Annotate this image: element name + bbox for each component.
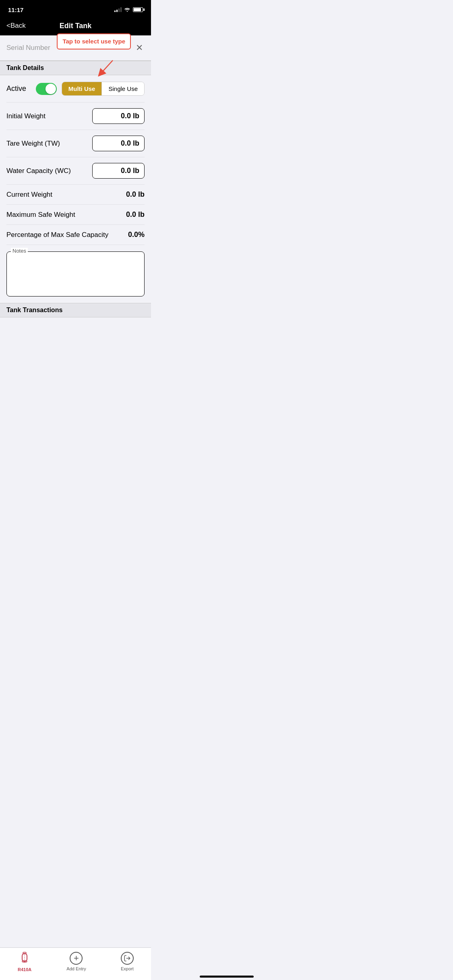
active-toggle[interactable]: [36, 83, 57, 95]
tare-weight-label: Tare Weight (TW): [6, 140, 60, 148]
active-label: Active: [6, 84, 26, 93]
active-right: Multi Use Single Use: [36, 82, 145, 96]
multi-use-button[interactable]: Multi Use: [62, 82, 102, 95]
max-safe-weight-label: Maximum Safe Weight: [6, 211, 75, 219]
notes-label: Notes: [11, 248, 28, 254]
initial-weight-input[interactable]: [92, 108, 145, 124]
page-title: Edit Tank: [60, 22, 92, 30]
serial-row-wrapper: Serial Number ✕ Tap to select use type: [0, 35, 151, 61]
water-capacity-row: Water Capacity (WC): [6, 157, 145, 185]
pct-max-value: 0.0%: [128, 231, 145, 239]
status-icons: [114, 7, 143, 13]
signal-icon: [114, 7, 122, 12]
toggle-thumb: [46, 84, 56, 94]
transactions-section: Tank Transactions: [0, 303, 151, 398]
notes-input[interactable]: [12, 255, 139, 291]
tank-details-header: Tank Details: [0, 61, 151, 75]
wifi-icon: [124, 7, 130, 13]
use-type-control[interactable]: Multi Use Single Use: [62, 82, 145, 96]
battery-icon: [133, 7, 143, 12]
nav-bar: <Back Edit Tank: [0, 18, 151, 35]
initial-weight-row: Initial Weight: [6, 103, 145, 130]
annotation-box: Tap to select use type: [57, 33, 131, 49]
pct-max-label: Percentage of Max Safe Capacity: [6, 231, 108, 239]
initial-weight-label: Initial Weight: [6, 112, 46, 120]
tare-weight-input[interactable]: [92, 136, 145, 151]
max-safe-weight-value: 0.0 lb: [126, 210, 145, 219]
water-capacity-input[interactable]: [92, 163, 145, 179]
notes-container: Notes: [6, 251, 145, 296]
current-weight-label: Current Weight: [6, 191, 52, 199]
single-use-button[interactable]: Single Use: [102, 82, 144, 95]
back-button[interactable]: <Back: [6, 22, 26, 30]
current-weight-value: 0.0 lb: [126, 190, 145, 199]
transactions-header: Tank Transactions: [0, 303, 151, 317]
current-weight-row: Current Weight 0.0 lb: [6, 185, 145, 205]
water-capacity-label: Water Capacity (WC): [6, 167, 71, 175]
active-row: Active Multi Use Single Use: [6, 75, 145, 103]
max-safe-weight-row: Maximum Safe Weight 0.0 lb: [6, 205, 145, 225]
tank-details-section: Active Multi Use Single Use Initial Weig…: [0, 75, 151, 296]
pct-max-row: Percentage of Max Safe Capacity 0.0%: [6, 225, 145, 245]
status-bar: 11:17: [0, 0, 151, 18]
status-time: 11:17: [8, 6, 23, 13]
tare-weight-row: Tare Weight (TW): [6, 130, 145, 157]
transactions-empty-area: [0, 317, 151, 398]
close-button[interactable]: ✕: [134, 41, 145, 55]
